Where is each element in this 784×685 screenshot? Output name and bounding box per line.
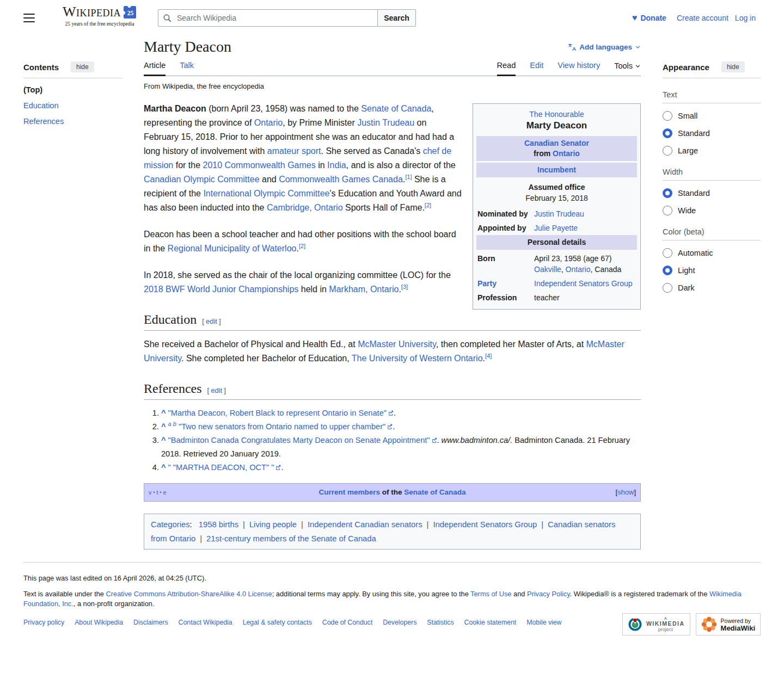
toc-item-references[interactable]: References	[23, 117, 122, 126]
wiki-link[interactable]: Senate of Canada	[361, 104, 431, 113]
navbox-talk-link[interactable]: t	[156, 485, 158, 499]
tab-edit[interactable]: Edit	[530, 61, 543, 76]
wiki-link[interactable]: Terms of Use	[470, 590, 511, 598]
navbox-view-link[interactable]: v	[149, 485, 151, 499]
log-in-link[interactable]: Log in	[735, 14, 756, 22]
backlink-caret[interactable]: ^	[161, 409, 166, 417]
main-menu-icon[interactable]	[23, 14, 35, 22]
radio-width-wide[interactable]: Wide	[663, 206, 761, 215]
wiki-link[interactable]: Commonwealth Games Canada	[279, 175, 403, 184]
radio-button[interactable]	[663, 111, 672, 121]
wiki-link[interactable]: Canadian Olympic Committee	[144, 175, 260, 184]
contents-hide-button[interactable]: hide	[71, 61, 94, 72]
backlink-caret[interactable]: ^	[161, 422, 166, 431]
wiki-link[interactable]: Justin Trudeau	[357, 118, 414, 127]
external-link[interactable]: "Badminton Canada Congratulates Marty De…	[168, 436, 437, 445]
category-link[interactable]: 1958 births	[199, 520, 238, 529]
wiki-link[interactable]: Oakville	[534, 265, 561, 274]
footer-link[interactable]: Privacy policy	[23, 619, 64, 626]
footer-link[interactable]: Mobile view	[526, 619, 561, 626]
wiki-link[interactable]: Ontario	[553, 149, 580, 158]
tab-view-history[interactable]: View history	[558, 61, 600, 76]
categories-label-link[interactable]: Categories	[151, 520, 190, 529]
category-link[interactable]: Independent Canadian senators	[308, 520, 422, 529]
external-link[interactable]: "Two new senators from Ontario named to …	[179, 422, 393, 431]
wikimedia-badge[interactable]: A WIKIMEDIA project	[622, 613, 690, 635]
radio-button-checked[interactable]	[663, 266, 672, 275]
edit-education-link[interactable]: edit	[204, 317, 219, 325]
category-link[interactable]: 21st-century members of the Senate of Ca…	[206, 534, 376, 543]
tab-talk[interactable]: Talk	[180, 61, 194, 76]
category-link[interactable]: Independent Senators Group	[433, 520, 537, 529]
external-link[interactable]: " "MARTHA DEACON, OCT" "	[168, 463, 281, 472]
radio-color-light[interactable]: Light	[663, 266, 761, 275]
radio-text-large[interactable]: Large	[663, 146, 761, 156]
wiki-link[interactable]: Regional Municipality of Waterloo	[168, 244, 297, 253]
wiki-link[interactable]: Independent Senators Group	[534, 279, 633, 288]
add-languages-button[interactable]: A Add languages	[567, 42, 641, 52]
wiki-link[interactable]: India	[327, 161, 346, 170]
citation-link[interactable]: [4]	[485, 353, 492, 359]
navbox-show-toggle[interactable]: [show]	[592, 485, 636, 499]
backlink-caret[interactable]: ^	[161, 436, 166, 445]
wiki-link[interactable]: Ontario	[254, 118, 283, 127]
toc-item-education[interactable]: Education	[23, 101, 122, 110]
toc-item-top[interactable]: (Top)	[23, 85, 122, 94]
footer-link[interactable]: Legal & safety contacts	[243, 619, 312, 626]
footer-link[interactable]: Developers	[383, 619, 416, 626]
category-link[interactable]: Living people	[249, 520, 297, 529]
citation-link[interactable]: [3]	[401, 283, 408, 290]
wiki-link[interactable]: Creative Commons Attribution-ShareAlike …	[106, 590, 272, 598]
radio-button[interactable]	[663, 283, 672, 293]
tab-tools[interactable]: Tools	[614, 61, 641, 76]
search-button[interactable]: Search	[377, 9, 416, 27]
wiki-link[interactable]: Ontario	[566, 265, 591, 274]
wiki-link[interactable]: 2010 Commonwealth Games	[203, 161, 315, 170]
citation-link[interactable]: [2]	[425, 202, 431, 208]
mediawiki-badge[interactable]: Powered by MediaWiki	[696, 613, 761, 635]
wiki-link[interactable]: Privacy Policy	[527, 590, 570, 598]
wiki-link[interactable]: Senate of Canada	[404, 488, 465, 496]
wiki-link[interactable]: Incumbent	[537, 165, 576, 174]
appearance-hide-button[interactable]: hide	[721, 61, 745, 72]
radio-color-automatic[interactable]: Automatic	[663, 248, 761, 258]
footer-link[interactable]: Code of Conduct	[322, 619, 372, 626]
create-account-link[interactable]: Create account	[677, 14, 728, 22]
wiki-link[interactable]: McMaster University	[358, 340, 436, 349]
search-input[interactable]	[158, 9, 378, 27]
edit-references-link[interactable]: edit	[209, 386, 224, 394]
radio-text-standard[interactable]: Standard	[663, 128, 761, 138]
wiki-link[interactable]: The University of Western Ontario	[352, 354, 483, 363]
wiki-link[interactable]: Canadian Senator	[524, 139, 589, 147]
wiki-link[interactable]: Julie Payette	[534, 224, 578, 232]
radio-text-small[interactable]: Small	[663, 111, 761, 121]
navbox-edit-link[interactable]: e	[163, 485, 166, 499]
radio-button[interactable]	[663, 248, 672, 258]
radio-button[interactable]	[663, 206, 672, 215]
radio-color-dark[interactable]: Dark	[663, 283, 761, 293]
radio-width-standard[interactable]: Standard	[663, 188, 761, 198]
radio-button-checked[interactable]	[663, 128, 672, 138]
wiki-link[interactable]: Cambridge, Ontario	[267, 203, 343, 212]
citation-link[interactable]: a b	[168, 421, 176, 427]
wikipedia-logo[interactable]: Wikipedia 25 25 years of the free encycl…	[59, 5, 140, 27]
citation-link[interactable]: [2]	[299, 243, 305, 249]
honorific-link[interactable]: The Honourable	[529, 110, 584, 119]
wiki-link[interactable]: International Olympic Committee	[203, 189, 329, 198]
footer-link[interactable]: Contact Wikipedia	[179, 619, 232, 626]
external-link[interactable]: "Martha Deacon, Robert Black to represen…	[168, 409, 394, 417]
party-label-link[interactable]: Party	[477, 279, 497, 288]
wiki-link[interactable]: Current members	[318, 488, 380, 496]
backlink-caret[interactable]: ^	[161, 463, 166, 472]
wiki-link[interactable]: Markham, Ontario	[329, 285, 399, 294]
donate-link[interactable]: ♥ Donate	[632, 14, 666, 22]
radio-button-checked[interactable]	[663, 188, 672, 198]
footer-link[interactable]: Cookie statement	[464, 619, 517, 626]
wiki-link[interactable]: 2018 BWF World Junior Championships	[144, 285, 298, 294]
tab-article[interactable]: Article	[144, 61, 166, 76]
wiki-link[interactable]: Justin Trudeau	[534, 209, 584, 218]
tab-read[interactable]: Read	[497, 61, 516, 76]
radio-button[interactable]	[663, 146, 672, 156]
citation-link[interactable]: [1]	[405, 174, 412, 180]
footer-link[interactable]: Statistics	[427, 619, 454, 626]
